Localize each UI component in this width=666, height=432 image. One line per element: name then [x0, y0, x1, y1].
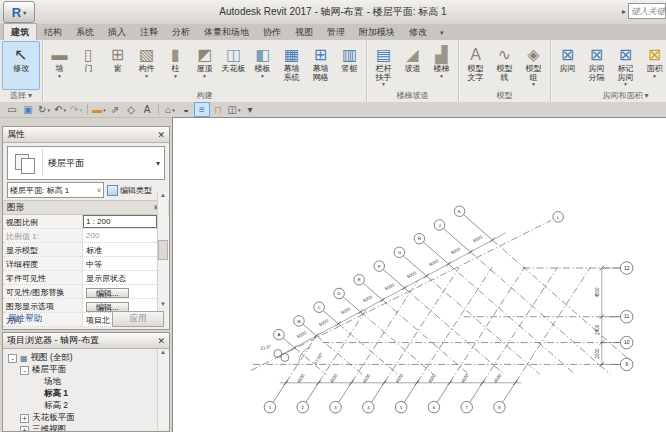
ribbon-panel-label[interactable]: 模型 — [459, 90, 550, 102]
modify-cursor-button[interactable]: ↖修改 — [2, 41, 40, 90]
aligned-dimension-button[interactable]: ⇗ — [107, 102, 123, 117]
curtain-grid-button[interactable]: ⊞幕墙 网格 — [306, 41, 335, 90]
grid-line[interactable] — [450, 267, 525, 382]
grid-line[interactable] — [417, 267, 492, 382]
ribbon-tab[interactable]: 插入 — [101, 24, 133, 40]
tree-item[interactable]: 场地 — [8, 376, 169, 388]
area-button[interactable]: ⊠面积▼ — [640, 41, 666, 90]
customize-qat-button[interactable]: ▾ — [242, 102, 258, 117]
expand-icon[interactable]: + — [20, 414, 29, 423]
infocenter-expand-icon[interactable]: ▸ — [622, 7, 626, 16]
ribbon-tab[interactable]: 附加模块 — [352, 24, 402, 40]
grid-bubble[interactable] — [281, 353, 289, 361]
properties-scrollbar[interactable]: ▲ ▼ — [157, 192, 168, 307]
scrollbar-thumb[interactable] — [158, 240, 168, 260]
property-value[interactable]: 标准 — [83, 243, 157, 256]
ribbon-tab[interactable]: 视图 — [288, 24, 320, 40]
property-value[interactable]: 中等 — [83, 257, 157, 270]
grid-line[interactable] — [492, 240, 630, 361]
graphics-group-header[interactable]: 图形 ⇞ ˄ — [3, 200, 169, 215]
close-icon[interactable]: ✕ — [157, 130, 165, 140]
floor-button[interactable]: ◧楼板▼ — [248, 41, 277, 90]
ribbon-tab[interactable]: 注释 — [133, 24, 165, 40]
grid-line[interactable] — [352, 281, 418, 382]
grid-line[interactable] — [295, 348, 327, 375]
undo-button[interactable]: ↶▾ — [52, 102, 68, 117]
grid-line[interactable] — [339, 324, 398, 375]
tree-item[interactable]: 标高 1 — [8, 388, 169, 400]
collapse-icon[interactable]: - — [8, 354, 17, 363]
thin-lines-button[interactable]: ≡ — [194, 102, 210, 117]
tree-item[interactable]: -▦视图 (全部) — [8, 352, 169, 364]
model-line-button[interactable]: ∿模型 线 — [490, 41, 519, 90]
chevron-down-icon[interactable]: ▾ — [156, 159, 164, 168]
roof-button[interactable]: ◩屋顶▼ — [190, 41, 219, 90]
tree-item[interactable]: 标高 2 — [8, 400, 169, 412]
close-icon[interactable]: ✕ — [157, 336, 165, 346]
switch-windows-button[interactable]: ◫▾ — [226, 102, 242, 117]
ribbon-tab[interactable]: 体量和场地 — [197, 24, 256, 40]
ribbon-panel-label[interactable]: 构建 — [43, 90, 366, 102]
property-value[interactable]: 1 : 200 — [83, 215, 157, 228]
ribbon-display-toggle-icon[interactable]: ▾ — [434, 29, 450, 40]
ribbon-tab[interactable]: 系统 — [69, 24, 101, 40]
drawing-canvas[interactable]: ABCDEFGHJK600060006000600060006000600060… — [172, 117, 666, 432]
ribbon-tab[interactable]: 修改 — [402, 24, 434, 40]
grid-line[interactable] — [251, 220, 551, 370]
browser-scrollbar[interactable]: ▲ — [157, 349, 168, 430]
ceiling-button[interactable]: ◫天花板 — [219, 41, 248, 90]
column-button[interactable]: ▮柱▼ — [161, 41, 190, 90]
grid-line[interactable] — [516, 267, 591, 382]
search-input[interactable]: 键入关键字或短语 — [628, 3, 666, 19]
grid-line[interactable] — [426, 276, 539, 374]
grid-line[interactable] — [405, 288, 505, 374]
app-menu-button[interactable]: R ▾ — [3, 1, 35, 23]
measure-button[interactable]: ▬▾ — [91, 102, 107, 117]
text-button[interactable]: A — [139, 102, 155, 117]
ribbon-tab[interactable]: 管理 — [320, 24, 352, 40]
grid-line[interactable] — [483, 267, 558, 382]
ribbon-tab[interactable]: 协作 — [256, 24, 288, 40]
ribbon-tab[interactable]: 建筑 — [3, 23, 37, 40]
sync-button[interactable]: ↻▾ — [36, 102, 52, 117]
properties-title-bar[interactable]: 属性 ✕ — [3, 127, 169, 143]
stair-button[interactable]: ▟楼梯▼ — [427, 41, 456, 90]
ribbon-panel-label[interactable]: 房间和面积 ▾ — [551, 90, 666, 102]
door-button[interactable]: ▯门 — [74, 41, 103, 90]
component-button[interactable]: ▧构件▼ — [132, 41, 161, 90]
property-value[interactable]: 显示原状态 — [83, 271, 157, 284]
apply-button[interactable]: 应用 — [112, 311, 164, 327]
tree-item[interactable]: +天花板平面 — [8, 412, 169, 424]
grid-line[interactable] — [448, 264, 575, 374]
ribbon-tab[interactable]: 分析 — [165, 24, 197, 40]
window-button[interactable]: ⊞窗 — [103, 41, 132, 90]
grid-line[interactable] — [470, 252, 610, 374]
expand-icon[interactable]: + — [20, 426, 29, 432]
ribbon-panel-label[interactable]: 楼梯坡道 — [367, 90, 458, 102]
grid-bubble[interactable] — [274, 350, 282, 358]
model-group-button[interactable]: ◈模型 组▼ — [519, 41, 548, 90]
properties-help-link[interactable]: 属性帮助 — [8, 313, 42, 325]
edit-button[interactable]: 编辑... — [86, 288, 129, 298]
ribbon-panel-label[interactable]: 选择 ▾ — [0, 90, 42, 102]
tag-room-button[interactable]: ⊠标记 房间▼ — [611, 41, 640, 90]
tree-item[interactable]: +三维视图 — [8, 424, 169, 432]
type-selector[interactable]: 楼层平面 ▾ — [7, 146, 165, 180]
scroll-up-icon[interactable]: ▲ — [160, 192, 166, 198]
tag-button[interactable]: ◇ — [123, 102, 139, 117]
view-selector[interactable]: 楼层平面: 标高 1 ˅ — [7, 182, 104, 198]
wall-button[interactable]: ▬墙▼ — [45, 41, 74, 90]
railing-button[interactable]: ▤栏杆 扶手▼ — [369, 41, 398, 90]
curtain-system-button[interactable]: ▦幕墙 系统 — [277, 41, 306, 90]
ramp-button[interactable]: ◢坡道 — [398, 41, 427, 90]
scroll-down-icon[interactable]: ▼ — [160, 301, 166, 307]
grid-line[interactable] — [383, 300, 469, 374]
section-button[interactable]: ◒ — [178, 102, 194, 117]
project-browser-title-bar[interactable]: 项目浏览器 - 轴网-布置 ✕ — [3, 333, 169, 349]
save-button[interactable]: ▣ — [20, 102, 36, 117]
collapse-icon[interactable]: - — [20, 366, 29, 375]
model-text-button[interactable]: A模型 文字 — [461, 41, 490, 90]
grid-line[interactable] — [361, 312, 434, 375]
mullion-button[interactable]: ▥竖梃 — [335, 41, 364, 90]
open-button[interactable]: ▭ — [4, 102, 20, 117]
